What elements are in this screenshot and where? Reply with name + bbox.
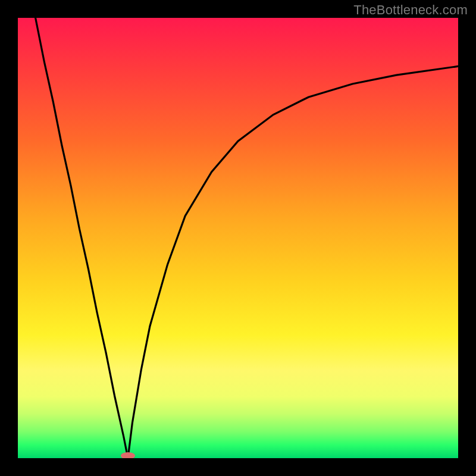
- watermark-label: TheBottleneck.com: [353, 2, 468, 18]
- left-branch-line: [36, 18, 128, 458]
- chart-frame: TheBottleneck.com: [0, 0, 476, 476]
- curve-svg: [18, 18, 458, 458]
- optimal-marker: [121, 452, 135, 458]
- plot-area: [18, 18, 458, 458]
- right-branch-line: [128, 66, 458, 458]
